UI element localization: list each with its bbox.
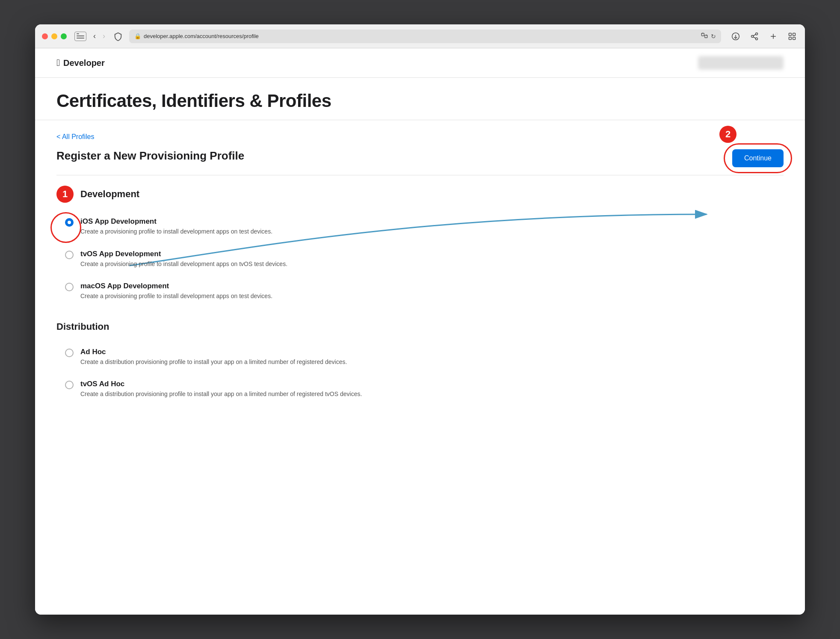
ad-hoc-title: Ad Hoc <box>80 348 347 356</box>
macos-app-dev-title: macOS App Development <box>80 282 272 290</box>
development-header: 1 Development <box>56 186 784 203</box>
header-right <box>698 56 784 70</box>
toolbar-right <box>730 30 798 42</box>
macos-app-dev-label: macOS App Development Create a provision… <box>80 282 272 301</box>
lock-icon: 🔒 <box>134 33 141 39</box>
svg-rect-4 <box>793 33 796 36</box>
maximize-button[interactable] <box>61 33 67 39</box>
content-area:  Developer Certificates, Identifiers & … <box>35 48 805 615</box>
distribution-radio-group: Ad Hoc Create a distribution provisionin… <box>56 341 784 405</box>
page-title: Certificates, Identifiers & Profiles <box>56 91 784 111</box>
ios-app-dev-desc: Create a provisioning profile to install… <box>80 228 272 236</box>
ad-hoc-radio[interactable] <box>65 349 74 357</box>
page-header: Certificates, Identifiers & Profiles <box>35 78 805 120</box>
macos-app-dev-desc: Create a provisioning profile to install… <box>80 292 272 301</box>
main-content: < All Profiles Register a New Provisioni… <box>35 120 805 418</box>
apple-header:  Developer <box>35 48 805 78</box>
ad-hoc-option[interactable]: Ad Hoc Create a distribution provisionin… <box>56 341 784 373</box>
ios-radio-circle-annotation <box>50 212 81 243</box>
distribution-section: Distribution Ad Hoc Create a distributio… <box>56 321 784 405</box>
address-bar[interactable]: 🔒 developer.apple.com/account/resources/… <box>129 30 721 43</box>
ios-app-dev-title: iOS App Development <box>80 217 272 226</box>
svg-rect-6 <box>793 37 796 39</box>
tvos-ad-hoc-desc: Create a distribution provisioning profi… <box>80 390 362 399</box>
development-section: 1 Development iOS App Development Create… <box>56 186 784 308</box>
continue-button[interactable]: Continue <box>732 149 784 167</box>
tvos-ad-hoc-label: tvOS Ad Hoc Create a distribution provis… <box>80 380 362 399</box>
nav-arrows: ‹ › <box>92 31 107 41</box>
badge-2-label: 2 <box>719 126 736 143</box>
development-title: Development <box>80 189 139 200</box>
download-button[interactable] <box>730 30 742 42</box>
svg-rect-5 <box>789 37 792 39</box>
tvos-app-dev-label: tvOS App Development Create a provisioni… <box>80 250 287 269</box>
add-tab-button[interactable] <box>767 30 779 42</box>
all-profiles-link[interactable]: < All Profiles <box>56 133 94 141</box>
tvos-ad-hoc-title: tvOS Ad Hoc <box>80 380 362 388</box>
traffic-lights <box>42 33 67 39</box>
tvos-app-dev-option[interactable]: tvOS App Development Create a provisioni… <box>56 243 784 275</box>
ios-app-dev-radio[interactable] <box>65 218 74 227</box>
macos-app-dev-option[interactable]: macOS App Development Create a provision… <box>56 275 784 308</box>
svg-rect-3 <box>789 33 792 36</box>
title-bar: ‹ › 🔒 developer.apple.com/account/resour… <box>35 24 805 48</box>
reload-icon[interactable]: ↻ <box>711 33 716 40</box>
minimize-button[interactable] <box>51 33 57 39</box>
apple-logo-icon:  <box>56 57 60 68</box>
tvos-ad-hoc-option[interactable]: tvOS Ad Hoc Create a distribution provis… <box>56 373 784 405</box>
section-subtitle: Register a New Provisioning Profile <box>56 149 244 163</box>
back-button[interactable]: ‹ <box>92 31 98 41</box>
url-text: developer.apple.com/account/resources/pr… <box>144 33 698 39</box>
developer-brand-text: Developer <box>63 58 105 68</box>
macos-app-dev-radio[interactable] <box>65 283 74 291</box>
ios-app-dev-option[interactable]: iOS App Development Create a provisionin… <box>56 210 784 243</box>
step-1-badge: 1 <box>56 186 74 203</box>
sidebar-toggle-button[interactable] <box>74 32 86 41</box>
forward-button[interactable]: › <box>101 31 107 41</box>
tvos-app-dev-radio[interactable] <box>65 251 74 259</box>
tvos-app-dev-title: tvOS App Development <box>80 250 287 258</box>
section-header: Register a New Provisioning Profile 2 Co… <box>56 149 784 175</box>
tvos-ad-hoc-radio[interactable] <box>65 381 74 389</box>
shield-icon <box>112 30 124 42</box>
tab-overview-button[interactable] <box>786 30 798 42</box>
ad-hoc-desc: Create a distribution provisioning profi… <box>80 358 347 367</box>
user-account-info <box>698 56 784 70</box>
translate-icon[interactable] <box>701 32 708 41</box>
share-button[interactable] <box>748 30 760 42</box>
step-2-badge: 2 <box>719 126 736 143</box>
ios-app-dev-label: iOS App Development Create a provisionin… <box>80 217 272 236</box>
ad-hoc-label: Ad Hoc Create a distribution provisionin… <box>80 348 347 367</box>
browser-window: ‹ › 🔒 developer.apple.com/account/resour… <box>35 24 805 615</box>
continue-button-wrapper: Continue <box>732 149 784 167</box>
distribution-title: Distribution <box>56 321 784 334</box>
tvos-app-dev-desc: Create a provisioning profile to install… <box>80 260 287 269</box>
apple-logo-area:  Developer <box>56 57 105 68</box>
development-radio-group: iOS App Development Create a provisionin… <box>56 210 784 308</box>
close-button[interactable] <box>42 33 48 39</box>
